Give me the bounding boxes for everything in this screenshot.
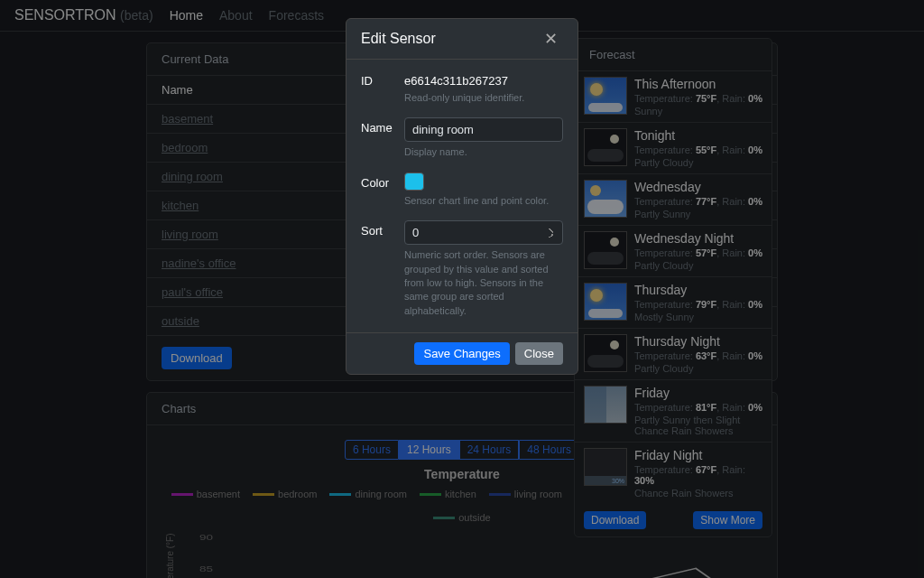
name-input[interactable] [404,117,563,142]
close-button[interactable]: Close [515,342,563,365]
sort-input[interactable] [404,220,563,245]
edit-sensor-dialog: Edit Sensor ✕ ID e6614c311b267237 Read-o… [346,18,578,375]
id-value: e6614c311b267237 [404,70,563,88]
name-label: Name [361,117,395,159]
save-button[interactable]: Save Changes [414,342,509,365]
id-help: Read-only unique identifier. [404,91,563,105]
sort-help: Numeric sort order. Sensors are grouped … [404,248,563,318]
dialog-title: Edit Sensor [361,31,436,47]
color-picker[interactable] [404,172,424,191]
close-icon[interactable]: ✕ [539,30,563,48]
color-help: Sensor chart line and point color. [404,194,563,208]
name-help: Display name. [404,145,563,159]
id-label: ID [361,70,395,105]
sort-label: Sort [361,220,395,318]
color-label: Color [361,172,395,208]
